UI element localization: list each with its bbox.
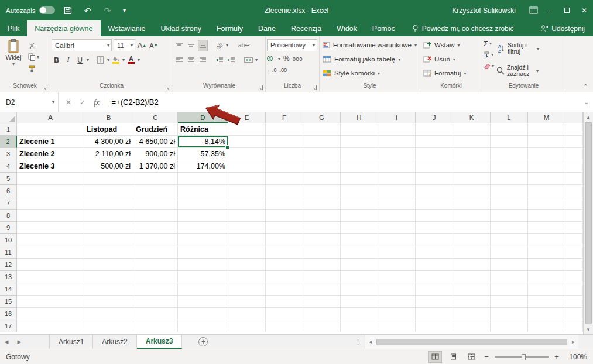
percent-style-button[interactable]: %	[283, 54, 290, 63]
cell-A6[interactable]	[17, 185, 84, 197]
cell-F2[interactable]	[266, 136, 303, 148]
cell-B2[interactable]: 4 300,00 zł	[84, 136, 133, 148]
cell-partial-6[interactable]	[565, 185, 583, 197]
cell-J9[interactable]	[416, 222, 453, 234]
valign-middle-button[interactable]	[186, 40, 196, 51]
cell-C14[interactable]	[133, 283, 178, 296]
cell-I3[interactable]	[378, 148, 416, 160]
cell-M4[interactable]	[528, 160, 565, 173]
underline-button[interactable]: U	[75, 54, 85, 66]
cell-F7[interactable]	[266, 197, 303, 210]
row-header-13[interactable]: 13	[0, 271, 17, 283]
zoom-slider[interactable]	[495, 352, 549, 362]
cell-D17[interactable]	[178, 320, 228, 332]
column-header-I[interactable]: I	[378, 112, 416, 123]
cell-A9[interactable]	[17, 222, 84, 234]
cell-B3[interactable]: 2 110,00 zł	[84, 148, 133, 160]
cell-F10[interactable]	[266, 234, 303, 246]
cell-F9[interactable]	[266, 222, 303, 234]
comma-style-button[interactable]: 000	[293, 56, 303, 62]
cell-H9[interactable]	[341, 222, 378, 234]
cell-A2[interactable]: Zlecenie 1	[17, 136, 84, 148]
autosave-toggle-pill[interactable]	[39, 6, 55, 14]
cell-D15[interactable]	[178, 296, 228, 308]
decrease-indent-button[interactable]	[214, 54, 224, 66]
tab-insert[interactable]: Wstawianie	[101, 20, 153, 36]
column-header-L[interactable]: L	[491, 112, 528, 123]
cell-E13[interactable]	[228, 271, 266, 283]
increase-decimal-button[interactable]: ←.0	[267, 67, 277, 73]
cell-D4[interactable]: 174,00%	[178, 160, 228, 173]
row-header-2[interactable]: 2	[0, 136, 17, 148]
tab-splitter-handle[interactable]: ⋮	[355, 338, 361, 346]
cell-L12[interactable]	[491, 259, 528, 271]
cell-J13[interactable]	[416, 271, 453, 283]
normal-view-button[interactable]	[428, 351, 442, 363]
column-header-C[interactable]: C	[133, 112, 178, 123]
column-header-E[interactable]: E	[228, 112, 266, 123]
sheet-tab-arkusz1[interactable]: Arkusz1	[49, 335, 93, 349]
cancel-icon[interactable]: ✕	[66, 98, 71, 107]
cell-J5[interactable]	[416, 173, 453, 185]
cell-I17[interactable]	[378, 320, 416, 332]
format-painter-button[interactable]	[28, 64, 39, 74]
column-header-A[interactable]: A	[17, 112, 84, 123]
cell-partial-15[interactable]	[565, 296, 583, 308]
cell-H3[interactable]	[341, 148, 378, 160]
tab-view[interactable]: Widok	[329, 20, 365, 36]
zoom-level[interactable]: 100%	[565, 353, 587, 361]
cell-F6[interactable]	[266, 185, 303, 197]
cell-A14[interactable]	[17, 283, 84, 296]
cell-partial-11[interactable]	[565, 246, 583, 259]
grow-font-button[interactable]: A▲	[137, 40, 147, 51]
undo-button[interactable]: ↶	[81, 4, 95, 18]
cell-C8[interactable]	[133, 210, 178, 222]
cell-M8[interactable]	[528, 210, 565, 222]
cell-E5[interactable]	[228, 173, 266, 185]
cell-K2[interactable]	[453, 136, 491, 148]
cell-G14[interactable]	[303, 283, 341, 296]
cell-M9[interactable]	[528, 222, 565, 234]
find-select-button[interactable]: Znajdź i zaznacz ▾	[496, 60, 539, 81]
cell-L10[interactable]	[491, 234, 528, 246]
cell-J1[interactable]	[416, 123, 453, 136]
cell-partial-14[interactable]	[565, 283, 583, 296]
autosave-toggle[interactable]: Autozapis	[6, 6, 55, 14]
column-header-J[interactable]: J	[416, 112, 453, 123]
cell-A12[interactable]	[17, 259, 84, 271]
cell-D14[interactable]	[178, 283, 228, 296]
quick-access-customize-button[interactable]: ▾	[121, 4, 129, 18]
paste-button[interactable]: Wklej ▾	[1, 38, 26, 83]
cell-I11[interactable]	[378, 246, 416, 259]
cell-D12[interactable]	[178, 259, 228, 271]
cell-G9[interactable]	[303, 222, 341, 234]
cell-L11[interactable]	[491, 246, 528, 259]
cell-B14[interactable]	[84, 283, 133, 296]
cell-A3[interactable]: Zlecenie 2	[17, 148, 84, 160]
select-all-button[interactable]	[0, 112, 17, 123]
row-header-9[interactable]: 9	[0, 222, 17, 234]
column-header-partial[interactable]	[565, 112, 583, 123]
cell-A17[interactable]	[17, 320, 84, 332]
cell-E15[interactable]	[228, 296, 266, 308]
cell-B9[interactable]	[84, 222, 133, 234]
page-break-view-button[interactable]	[464, 351, 478, 363]
cell-H16[interactable]	[341, 308, 378, 320]
cell-K12[interactable]	[453, 259, 491, 271]
row-header-1[interactable]: 1	[0, 123, 17, 136]
zoom-slider-thumb[interactable]	[522, 354, 526, 360]
account-name[interactable]: Krzysztof Sulikowski	[452, 6, 516, 15]
cell-I6[interactable]	[378, 185, 416, 197]
cell-K14[interactable]	[453, 283, 491, 296]
cell-J10[interactable]	[416, 234, 453, 246]
shrink-font-button[interactable]: A▼	[149, 40, 159, 51]
horizontal-scrollbar[interactable]: ◄ ►	[365, 335, 578, 349]
cell-D11[interactable]	[178, 246, 228, 259]
column-header-H[interactable]: H	[341, 112, 378, 123]
cell-E2[interactable]	[228, 136, 266, 148]
page-layout-view-button[interactable]	[446, 351, 460, 363]
fill-color-button[interactable]	[111, 56, 121, 64]
tell-me-box[interactable]: Powiedz mi, co chcesz zrobić	[412, 20, 514, 36]
valign-bottom-button[interactable]	[198, 40, 208, 51]
cell-L9[interactable]	[491, 222, 528, 234]
